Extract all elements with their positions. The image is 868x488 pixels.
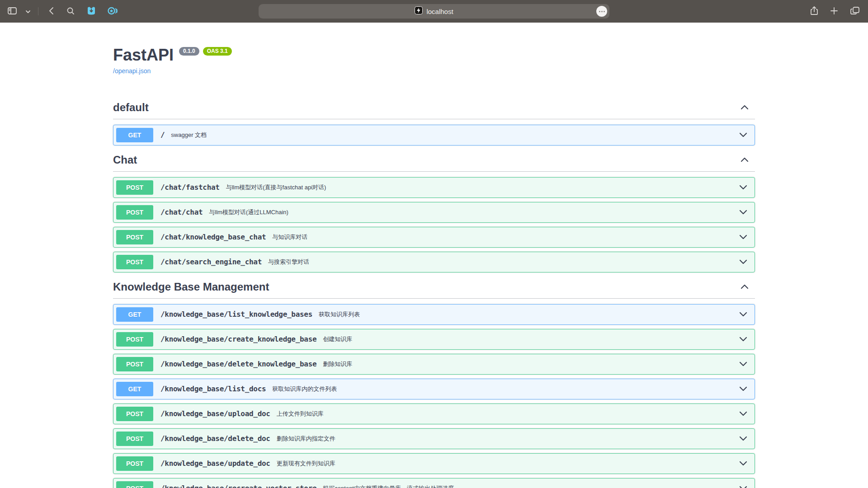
method-badge: POST: [116, 230, 153, 244]
chevron-down-icon: [739, 259, 747, 264]
chevron-down-icon: [739, 185, 747, 190]
chevron-down-icon: [739, 312, 747, 317]
chevron-down-icon: [739, 337, 747, 342]
method-badge: POST: [116, 205, 153, 220]
share-icon: [810, 6, 818, 17]
endpoint-description: 上传文件到知识库: [277, 410, 324, 418]
api-section: Knowledge Base Management GET /knowledge…: [113, 278, 755, 488]
chevron-down-icon: [739, 436, 747, 441]
site-favicon: [415, 6, 423, 16]
section-title: Knowledge Base Management: [113, 281, 269, 294]
endpoint-row[interactable]: POST /knowledge_base/delete_doc 删除知识库内指定…: [113, 428, 755, 449]
method-badge: POST: [116, 255, 153, 269]
endpoint-row[interactable]: POST /knowledge_base/create_knowledge_ba…: [113, 329, 755, 350]
method-badge: POST: [116, 357, 153, 371]
section-endpoints: GET / swagger 文档: [113, 125, 755, 145]
endpoint-description: 根据content中文档重建向量库，流式输出处理进度。: [323, 484, 460, 488]
tab-overview-button[interactable]: [849, 5, 861, 18]
chevron-down-icon: [739, 461, 747, 466]
method-badge: POST: [116, 332, 153, 347]
search-button[interactable]: [66, 6, 75, 17]
version-badge: 0.1.0: [179, 47, 199, 56]
chevron-down-icon: [739, 361, 747, 366]
sidebar-icon: [7, 6, 17, 17]
endpoint-path: /knowledge_base/create_knowledge_base: [160, 335, 316, 343]
new-tab-button[interactable]: [829, 6, 839, 17]
endpoint-path: /knowledge_base/delete_doc: [160, 434, 270, 443]
endpoint-row[interactable]: GET /knowledge_base/list_knowledge_bases…: [113, 304, 755, 325]
back-chevron-icon: [48, 7, 54, 16]
live-circles-star-icon: [107, 6, 118, 17]
chevron-down-icon: [739, 386, 747, 391]
api-sections: default GET / swagger 文档 Chat POS: [113, 99, 755, 488]
endpoint-description: 与知识库对话: [272, 233, 307, 241]
chevron-down-icon: [739, 235, 747, 239]
extension-live-button[interactable]: [106, 5, 119, 18]
section-collapse-button[interactable]: [734, 283, 755, 291]
endpoint-row[interactable]: POST /knowledge_base/recreate_vector_sto…: [113, 478, 755, 488]
api-section: default GET / swagger 文档: [113, 99, 755, 145]
chevron-down-icon: [739, 132, 747, 137]
section-title: default: [113, 101, 149, 114]
endpoint-path: /chat/chat: [160, 208, 203, 216]
api-section: Chat POST /chat/fastchat 与llm模型对话(直接与fas…: [113, 151, 755, 272]
endpoint-path: /knowledge_base/update_doc: [160, 459, 270, 468]
endpoint-description: 获取知识库列表: [319, 310, 360, 319]
endpoint-row[interactable]: POST /chat/knowledge_base_chat 与知识库对话: [113, 227, 755, 248]
endpoint-row[interactable]: POST /chat/fastchat 与llm模型对话(直接与fastchat…: [113, 177, 755, 198]
endpoint-description: 删除知识库内指定文件: [277, 435, 335, 443]
chevron-down-icon: [739, 411, 747, 416]
back-button[interactable]: [47, 6, 55, 17]
oas-badge: OAS 3.1: [203, 47, 232, 56]
endpoint-path: /chat/knowledge_base_chat: [160, 233, 266, 241]
sidebar-toggle-button[interactable]: [6, 5, 18, 18]
endpoint-row[interactable]: GET / swagger 文档: [113, 125, 755, 145]
endpoint-description: 与llm模型对话(通过LLMChain): [209, 208, 288, 216]
endpoint-row[interactable]: POST /chat/chat 与llm模型对话(通过LLMChain): [113, 202, 755, 223]
chevron-down-icon: [739, 486, 747, 488]
endpoint-path: /knowledge_base/delete_knowledge_base: [160, 360, 316, 368]
section-endpoints: POST /chat/fastchat 与llm模型对话(直接与fastchat…: [113, 177, 755, 272]
openapi-spec-link[interactable]: /openapi.json: [113, 66, 151, 76]
chevron-up-icon: [741, 284, 749, 291]
endpoint-path: /chat/fastchat: [160, 183, 220, 192]
endpoint-row[interactable]: POST /knowledge_base/update_doc 更新现有文件到知…: [113, 453, 755, 474]
method-badge: GET: [116, 128, 153, 142]
endpoint-description: 创建知识库: [323, 335, 352, 343]
endpoint-row[interactable]: POST /knowledge_base/upload_doc 上传文件到知识库: [113, 404, 755, 424]
url-bar[interactable]: localhost: [259, 4, 609, 19]
search-icon: [66, 7, 75, 16]
endpoint-row[interactable]: POST /knowledge_base/delete_knowledge_ba…: [113, 354, 755, 375]
section-header: Knowledge Base Management: [113, 278, 755, 299]
method-badge: GET: [116, 382, 153, 396]
ellipsis-icon: [599, 11, 600, 12]
method-badge: POST: [116, 407, 153, 421]
chevron-up-icon: [741, 157, 749, 164]
endpoint-row[interactable]: GET /knowledge_base/list_docs 获取知识库内的文件列…: [113, 379, 755, 399]
chevron-down-icon: [739, 210, 747, 215]
section-collapse-button[interactable]: [734, 103, 755, 112]
endpoint-description: swagger 文档: [171, 131, 207, 139]
api-info: FastAPI 0.1.0 OAS 3.1 /openapi.json: [113, 23, 755, 76]
endpoint-row[interactable]: POST /chat/search_engine_chat 与搜索引擎对话: [113, 252, 755, 272]
endpoint-description: 与搜索引擎对话: [268, 258, 309, 266]
swagger-page: FastAPI 0.1.0 OAS 3.1 /openapi.json defa…: [0, 23, 868, 488]
endpoint-path: /chat/search_engine_chat: [160, 258, 262, 266]
extension-shield-button[interactable]: [85, 5, 97, 18]
section-collapse-button[interactable]: [734, 156, 755, 164]
section-header: Chat: [113, 151, 755, 172]
section-endpoints: GET /knowledge_base/list_knowledge_bases…: [113, 304, 755, 488]
url-host-text: localhost: [426, 8, 453, 15]
plus-icon: [830, 7, 838, 16]
sidebar-menu-chevron-button[interactable]: [24, 7, 32, 16]
toolbar-divider: [38, 7, 38, 15]
browser-toolbar: localhost: [0, 0, 868, 23]
share-button[interactable]: [809, 5, 819, 18]
endpoint-description: 与llm模型对话(直接与fastchat api对话): [226, 183, 326, 192]
endpoint-description: 删除知识库: [323, 360, 352, 368]
method-badge: POST: [116, 432, 153, 446]
shield-download-icon: [86, 6, 96, 17]
page-settings-button[interactable]: [596, 6, 607, 17]
method-badge: POST: [116, 481, 153, 488]
endpoint-description: 更新现有文件到知识库: [277, 460, 335, 468]
